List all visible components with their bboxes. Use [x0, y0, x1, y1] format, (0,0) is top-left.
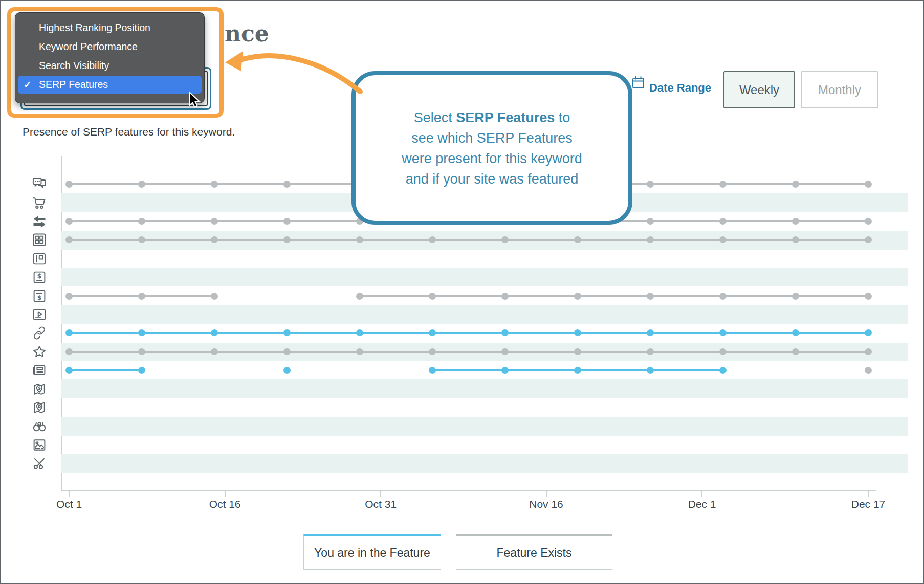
data-point[interactable]	[211, 218, 218, 225]
axis-tick	[701, 491, 702, 497]
row-stripe	[61, 454, 908, 473]
scissors-icon	[32, 456, 47, 471]
data-point[interactable]	[211, 348, 218, 355]
data-point[interactable]	[429, 348, 436, 355]
data-point[interactable]	[792, 181, 799, 188]
axis-tick	[380, 491, 381, 497]
data-point[interactable]	[429, 293, 436, 300]
legend-you-in-feature[interactable]: You are in the Feature	[303, 534, 441, 570]
page-title-fragment: nce	[225, 20, 269, 47]
data-point[interactable]	[574, 329, 581, 336]
data-point[interactable]	[719, 218, 727, 225]
data-point[interactable]	[65, 218, 73, 225]
data-point[interactable]	[719, 181, 727, 188]
row-stripe	[61, 417, 908, 435]
axis-tick-label: Oct 1	[33, 498, 105, 510]
map-dollar-icon: $	[32, 381, 47, 397]
data-point[interactable]	[138, 329, 145, 336]
data-point[interactable]	[356, 348, 363, 355]
data-point[interactable]	[283, 367, 291, 374]
star-icon	[32, 344, 47, 360]
timeline-segment	[69, 369, 142, 371]
data-point[interactable]	[865, 348, 872, 355]
legend-you-in-feature-label: You are in the Feature	[314, 546, 430, 560]
data-point[interactable]	[138, 293, 145, 300]
data-point[interactable]	[865, 181, 872, 188]
data-point[interactable]	[647, 367, 654, 374]
data-point[interactable]	[283, 329, 291, 336]
data-point[interactable]	[283, 348, 291, 355]
monthly-button[interactable]: Monthly	[801, 71, 878, 108]
data-point[interactable]	[138, 181, 145, 188]
data-point[interactable]	[865, 367, 872, 374]
news-icon	[32, 363, 47, 378]
data-point[interactable]	[356, 293, 363, 300]
data-point[interactable]	[138, 218, 145, 225]
data-point[interactable]	[719, 367, 727, 374]
data-point[interactable]	[574, 367, 581, 374]
featured-snippet-icon	[32, 251, 47, 266]
metric-dropdown-menu: Highest Ranking PositionKeyword Performa…	[15, 12, 205, 103]
menu-item-search-visibility[interactable]: Search Visibility	[18, 57, 202, 75]
data-point[interactable]	[429, 329, 436, 336]
data-point[interactable]	[647, 293, 654, 300]
data-point[interactable]	[792, 329, 799, 336]
annotation-arrow	[218, 44, 372, 101]
axis-tick	[868, 491, 869, 497]
menu-item-highest-ranking-position[interactable]: Highest Ranking Position	[18, 19, 202, 37]
data-point[interactable]	[65, 293, 73, 300]
data-point[interactable]	[429, 367, 436, 374]
timeline-segment	[69, 332, 868, 334]
data-point[interactable]	[65, 348, 73, 355]
data-point[interactable]	[647, 218, 654, 225]
data-point[interactable]	[65, 181, 73, 188]
data-point[interactable]	[719, 293, 727, 300]
data-point[interactable]	[356, 329, 363, 336]
data-point[interactable]	[501, 329, 509, 336]
data-point[interactable]	[647, 329, 654, 336]
data-point[interactable]	[211, 329, 218, 336]
app-window: nce Presence of SERP features for this k…	[0, 0, 924, 584]
chart-subtitle: Presence of SERP features for this keywo…	[23, 126, 235, 138]
callout-text-line: see which SERP Features	[411, 128, 573, 148]
data-point[interactable]	[138, 367, 145, 374]
ad-dollar-bottom-icon: $	[32, 288, 47, 304]
data-point[interactable]	[647, 348, 654, 355]
menu-item-serp-features[interactable]: ✓SERP Features	[18, 76, 202, 94]
data-point[interactable]	[211, 293, 218, 300]
callout-text-line: and if your site was featured	[406, 169, 579, 189]
data-point[interactable]	[211, 181, 218, 188]
data-point[interactable]	[792, 218, 799, 225]
data-point[interactable]	[138, 348, 145, 355]
data-point[interactable]	[719, 348, 727, 355]
data-point[interactable]	[65, 329, 73, 336]
data-point[interactable]	[719, 329, 727, 336]
timeline-segment	[69, 239, 868, 241]
data-point[interactable]	[65, 367, 73, 374]
axis-tick-label: Oct 16	[189, 498, 261, 510]
legend-feature-exists[interactable]: Feature Exists	[456, 534, 612, 570]
data-point[interactable]	[283, 218, 291, 225]
callout-tooltip: Select SERP Features tosee which SERP Fe…	[351, 71, 632, 225]
data-point[interactable]	[647, 181, 654, 188]
data-point[interactable]	[865, 329, 872, 336]
weekly-button[interactable]: Weekly	[723, 71, 795, 108]
menu-item-label: Search Visibility	[39, 60, 109, 71]
menu-item-label: Keyword Performance	[39, 41, 138, 52]
data-point[interactable]	[865, 293, 872, 300]
data-point[interactable]	[501, 293, 509, 300]
data-point[interactable]	[865, 218, 872, 225]
data-point[interactable]	[501, 348, 509, 355]
data-point[interactable]	[501, 367, 509, 374]
row-stripe	[61, 305, 908, 324]
data-point[interactable]	[574, 293, 581, 300]
legend-feature-exists-label: Feature Exists	[497, 546, 572, 560]
data-point[interactable]	[792, 348, 799, 355]
axis-tick-label: Dec 1	[666, 498, 738, 510]
data-point[interactable]	[792, 293, 799, 300]
data-point[interactable]	[283, 181, 291, 188]
menu-item-keyword-performance[interactable]: Keyword Performance	[18, 38, 202, 56]
data-point[interactable]	[574, 348, 581, 355]
row-stripe	[61, 268, 908, 286]
date-range-label[interactable]: Date Range	[649, 81, 711, 95]
